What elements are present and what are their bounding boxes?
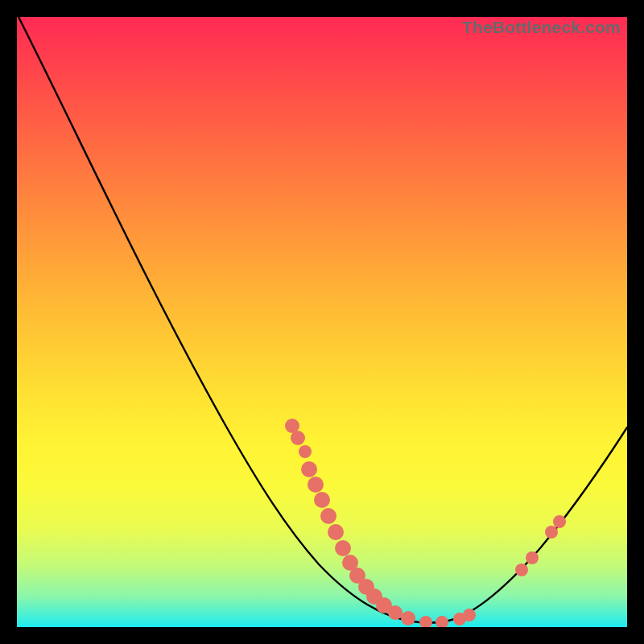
data-marker bbox=[388, 605, 402, 620]
data-marker bbox=[419, 616, 432, 627]
data-marker bbox=[335, 540, 351, 556]
data-marker bbox=[308, 477, 324, 493]
data-marker bbox=[436, 616, 448, 627]
data-marker bbox=[314, 492, 330, 508]
data-markers-group bbox=[285, 419, 566, 627]
chart-svg bbox=[17, 17, 627, 627]
bottleneck-curve bbox=[19, 17, 627, 623]
data-marker bbox=[526, 551, 539, 564]
data-marker bbox=[463, 609, 476, 621]
data-marker bbox=[328, 524, 344, 540]
data-marker bbox=[401, 611, 415, 625]
data-marker bbox=[553, 515, 566, 528]
data-marker bbox=[320, 508, 336, 524]
data-marker bbox=[545, 526, 558, 539]
data-marker bbox=[291, 431, 305, 445]
data-marker bbox=[515, 564, 528, 576]
gradient-plot-area: TheBottleneck.com bbox=[17, 17, 627, 627]
data-marker bbox=[299, 445, 312, 458]
data-marker bbox=[301, 461, 317, 477]
